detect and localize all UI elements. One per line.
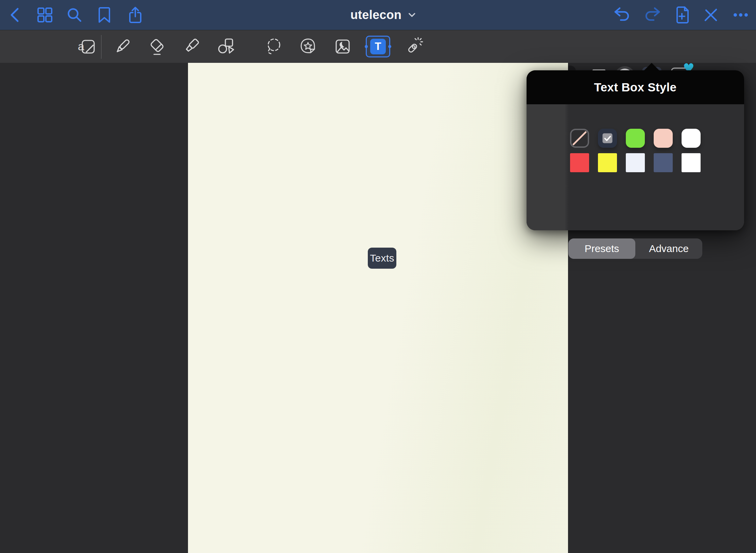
text-box-style-popover: Text Box Style [527,70,744,230]
more-options-button[interactable] [731,5,751,25]
highlighter-icon [181,37,201,56]
popover-title: Text Box Style [594,81,677,94]
swatch-slate-blue[interactable] [654,153,673,172]
swatch-red[interactable] [570,153,589,172]
sticker-tool-button[interactable] [296,35,320,58]
tab-presets[interactable]: Presets [568,238,635,259]
selection-handle-left [365,45,368,48]
share-icon [128,6,143,24]
selected-check-icon [603,133,613,143]
popover-body: Presets Advance [527,104,744,230]
lasso-icon [264,37,284,56]
sticker-icon [298,37,318,56]
undo-button[interactable] [612,5,632,25]
bookmark-button[interactable] [94,5,115,25]
image-icon [333,37,353,56]
back-chevron-icon [8,6,22,24]
search-icon [67,7,82,23]
eraser-icon [147,37,167,56]
swatch-dark-navy-selected[interactable] [598,129,617,148]
selection-handle-right [388,45,391,48]
image-tool-button[interactable] [331,35,355,58]
swatch-salmon[interactable] [654,129,673,148]
document-title-button[interactable]: utelecon [350,8,416,22]
shapes-icon [216,37,236,56]
swatch-grid [527,129,744,172]
swatch-yellow[interactable] [598,153,617,172]
swatch-row-1 [527,129,744,148]
tab-presets-label: Presets [585,243,619,254]
search-button[interactable] [64,5,85,25]
text-tool-icon: T [370,39,386,54]
convert-text-icon: a [77,37,97,56]
share-button[interactable] [125,5,145,25]
thumbnails-button[interactable] [35,5,55,25]
redo-button[interactable] [642,5,663,25]
canvas-text-box-label: Texts [370,252,394,264]
grid-view-icon [37,7,53,23]
swatch-none[interactable] [570,129,589,148]
convert-text-tool-button[interactable]: a [75,35,99,58]
presets-advance-segmented-control: Presets Advance [568,238,702,259]
lasso-tool-button[interactable] [262,35,286,58]
tab-advance-label: Advance [649,243,689,254]
top-nav-bar: utelecon [0,0,756,30]
swatch-white-2[interactable] [682,153,701,172]
canvas-text-box[interactable]: Texts [368,248,396,269]
back-button[interactable] [5,5,25,25]
eraser-tool-button[interactable] [145,35,169,58]
laser-pointer-tool-button[interactable] [402,35,426,58]
highlighter-tool-button[interactable] [179,35,203,58]
add-page-button[interactable] [672,5,692,25]
swatch-row-2 [527,153,744,172]
swatch-green[interactable] [626,129,645,148]
svg-text:a: a [78,40,84,53]
pen-cross-icon [703,7,719,23]
note-page[interactable] [188,63,568,553]
tools-toolbar: a T [0,30,756,63]
undo-icon [614,7,631,23]
pen-tool-button[interactable] [110,35,134,58]
toolbar-divider [101,35,102,59]
swatch-white[interactable] [682,129,701,148]
document-title: utelecon [350,8,401,22]
chevron-down-icon [408,12,416,18]
redo-icon [644,7,661,23]
add-page-icon [674,6,689,24]
popover-arrow [644,63,659,70]
pen-icon [113,37,132,56]
more-ellipsis-icon [733,13,749,17]
popover-header: Text Box Style [527,70,744,104]
shapes-tool-button[interactable] [214,35,238,58]
laser-pointer-icon [404,37,424,56]
pen-mode-toggle-button[interactable] [701,5,721,25]
diagonal-line-icon [571,130,588,146]
bookmark-icon [98,6,111,23]
text-tool-button-active[interactable]: T [366,36,390,57]
tab-advance[interactable]: Advance [635,238,702,259]
swatch-light-blue[interactable] [626,153,645,172]
